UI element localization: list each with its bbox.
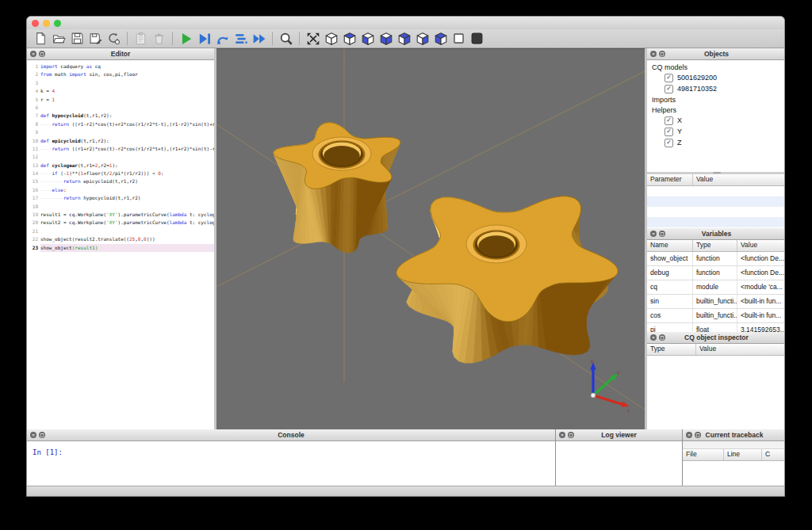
inspector-panel-header[interactable]: × ◻ CQ object inspector: [647, 332, 785, 344]
tree-item[interactable]: ✓4981710352: [647, 83, 785, 94]
variables-row[interactable]: sinbuiltin_functi...<built-in fun...: [647, 295, 785, 309]
code-line[interactable]: 16----else:: [27, 186, 214, 194]
code-line[interactable]: 14----if (-1)**(1+floor(t/2/pi*(r1/r2)))…: [27, 170, 214, 177]
code-line[interactable]: 7def hypocycloid(t,r1,r2):: [27, 112, 214, 120]
column-header[interactable]: Parameter: [647, 174, 693, 185]
close-window-button[interactable]: [32, 20, 39, 27]
column-header[interactable]: Type: [647, 344, 696, 355]
minimize-window-button[interactable]: [43, 20, 50, 27]
checkbox-icon[interactable]: ✓: [665, 128, 673, 136]
variables-row[interactable]: cqmodule<module 'ca...: [647, 280, 785, 295]
column-header[interactable]: Value: [696, 344, 785, 355]
view-top-icon[interactable]: [340, 30, 358, 47]
continue-icon[interactable]: [250, 30, 268, 47]
view-left-icon[interactable]: [413, 30, 431, 47]
column-header[interactable]: Name: [647, 240, 693, 251]
code-line[interactable]: 18: [27, 203, 214, 211]
column-header[interactable]: Value: [737, 240, 785, 251]
code-line[interactable]: 8----return ((r1-r2)*cos(t)+r2*cos(r1/r2…: [27, 120, 214, 128]
traceback-header-row[interactable]: FileLineC: [683, 449, 785, 461]
code-line[interactable]: 22show_object(result2.translate((25,0,0)…: [27, 235, 214, 243]
objects-panel-header[interactable]: × ◻ Objects: [647, 48, 785, 60]
close-icon[interactable]: ×: [559, 432, 565, 438]
console-panel-header[interactable]: × ◻ Console: [27, 429, 555, 441]
column-header[interactable]: Type: [693, 240, 737, 251]
code-line[interactable]: 11----return ((r1+r2)*cos(t)-r2*cos(r1/r…: [27, 145, 214, 153]
save-icon[interactable]: [68, 30, 86, 47]
variables-panel-header[interactable]: × ◻ Variables: [647, 228, 785, 240]
log-panel-header[interactable]: × ◻ Log viewer: [556, 429, 682, 441]
toggle-wireframe-icon[interactable]: [450, 30, 468, 47]
editor-panel-header[interactable]: × ◻ Editor: [27, 48, 214, 60]
tree-group-label[interactable]: Helpers: [647, 105, 785, 115]
code-line[interactable]: 15--------return epicycloid(t,r1,r2): [27, 177, 214, 185]
view-front-icon[interactable]: [377, 30, 395, 47]
checkbox-icon[interactable]: ✓: [665, 74, 673, 82]
new-file-icon[interactable]: [32, 30, 50, 47]
view-right-icon[interactable]: [431, 30, 450, 47]
code-line[interactable]: 4k = 4: [27, 87, 214, 95]
zoom-icon[interactable]: [277, 30, 295, 47]
float-icon[interactable]: ◻: [39, 51, 45, 57]
traceback-panel-header[interactable]: × ◻ Current traceback: [683, 429, 785, 441]
close-icon[interactable]: ×: [30, 51, 36, 57]
close-icon[interactable]: ×: [30, 432, 36, 438]
open-file-icon[interactable]: [50, 30, 68, 47]
viewport-3d[interactable]: zyx: [216, 48, 645, 429]
code-line[interactable]: 10def epicycloid(t,r1,r2):: [27, 137, 214, 145]
close-icon[interactable]: ×: [686, 432, 692, 438]
float-icon[interactable]: ◻: [568, 432, 574, 438]
float-icon[interactable]: ◻: [659, 231, 665, 237]
titlebar[interactable]: [27, 17, 784, 30]
tree-group-label[interactable]: Imports: [647, 94, 785, 105]
debug-run-icon[interactable]: [195, 30, 213, 47]
column-header[interactable]: C: [762, 449, 785, 460]
parameters-header-row[interactable]: ParameterValue: [647, 174, 785, 186]
code-line[interactable]: 21: [27, 227, 214, 235]
code-editor[interactable]: 1import cadquery as cq2from math import …: [27, 60, 214, 429]
run-icon[interactable]: [177, 30, 195, 47]
code-line[interactable]: 2from math import sin, cos,pi,floor: [27, 71, 214, 78]
checkbox-icon[interactable]: ✓: [665, 139, 673, 147]
reload-script-icon[interactable]: [105, 30, 123, 47]
variables-row[interactable]: show_objectfunction<function De...: [647, 252, 785, 266]
variables-row[interactable]: debugfunction<function De...: [647, 266, 785, 280]
column-header[interactable]: Line: [724, 449, 762, 460]
code-line[interactable]: 5r = 1: [27, 96, 214, 104]
code-line[interactable]: 19result1 = cq.Workplane('XY').parametri…: [27, 211, 214, 219]
code-line[interactable]: 1import cadquery as cq: [27, 63, 214, 71]
code-line[interactable]: 9: [27, 128, 214, 136]
close-icon[interactable]: ×: [650, 334, 657, 341]
checkbox-icon[interactable]: ✓: [665, 116, 673, 125]
console-input-area[interactable]: In [1]:: [27, 441, 555, 486]
zoom-window-button[interactable]: [54, 20, 61, 27]
float-icon[interactable]: ◻: [659, 334, 665, 341]
code-line[interactable]: 23show_object(result1): [27, 244, 214, 252]
tree-item[interactable]: ✓X: [647, 115, 785, 126]
variables-row[interactable]: pifloat3.141592653...: [647, 323, 785, 332]
toggle-shaded-icon[interactable]: [468, 30, 486, 47]
tree-item[interactable]: ✓5001629200: [647, 72, 785, 83]
step-into-icon[interactable]: [232, 30, 250, 47]
variables-header-row[interactable]: NameTypeValue: [647, 240, 785, 252]
column-header[interactable]: Value: [693, 174, 785, 185]
step-over-icon[interactable]: [213, 30, 232, 47]
column-header[interactable]: File: [683, 449, 724, 460]
save-as-icon[interactable]: [86, 30, 105, 47]
float-icon[interactable]: ◻: [695, 432, 701, 438]
tree-item[interactable]: ✓Y: [647, 126, 785, 137]
code-line[interactable]: 13def cyclogear(t,r1=2,r2=1):: [27, 162, 214, 170]
code-line[interactable]: 6: [27, 104, 214, 112]
view-back-icon[interactable]: [395, 30, 413, 47]
tree-item[interactable]: ✓Z: [647, 137, 785, 148]
float-icon[interactable]: ◻: [659, 51, 665, 57]
delete-icon[interactable]: [150, 30, 168, 47]
code-line[interactable]: 3: [27, 79, 214, 87]
view-bottom-icon[interactable]: [358, 30, 377, 47]
code-line[interactable]: 20result2 = cq.Workplane('XY').parametri…: [27, 219, 214, 227]
variables-row[interactable]: cosbuiltin_functi...<built-in fun...: [647, 309, 785, 323]
inspector-header-row[interactable]: TypeValue: [647, 344, 785, 356]
tree-group-label[interactable]: CQ models: [647, 62, 785, 72]
close-icon[interactable]: ×: [650, 231, 657, 237]
checkbox-icon[interactable]: ✓: [665, 85, 673, 93]
